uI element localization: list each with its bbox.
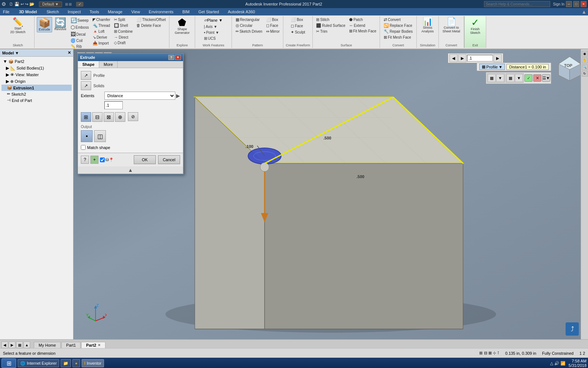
convert-button[interactable]: ⇄Convert [383, 17, 414, 22]
revolve-button[interactable]: 🔄 Revolve [53, 17, 68, 32]
sculpt-button[interactable]: ✦Sculpt [290, 29, 306, 35]
menu-3dmodel[interactable]: 3D Model [17, 9, 39, 14]
fit-mesh-btn2[interactable]: ⊠Fit Mesh Face [383, 35, 414, 40]
shell-button[interactable]: 🔲Shell [113, 23, 134, 28]
close-button[interactable]: ✕ [581, 1, 587, 7]
decal-button[interactable]: 🖼Decal [69, 31, 90, 38]
op-join-button[interactable]: ⊞ [81, 112, 91, 122]
distance-input[interactable] [467, 55, 493, 61]
match-shape-checkbox[interactable] [81, 145, 86, 150]
tab-part1[interactable]: Part1 [61, 342, 80, 348]
profile-select-btn[interactable]: ↗ [81, 71, 91, 80]
axis-button[interactable]: | Axis ▼ [203, 24, 224, 29]
menu-view[interactable]: View [130, 9, 141, 14]
loft-button[interactable]: 🔺Loft [92, 29, 111, 34]
taper-select-btn[interactable]: ⊘ [128, 112, 138, 121]
expand-icon[interactable]: ▲ [581, 9, 587, 15]
surface-output-button[interactable]: ◫ [94, 130, 106, 142]
tree-item-origin[interactable]: ▶ ⊕ Origin [1, 78, 72, 85]
finish-sketch-button[interactable]: ✓ FinishSketch [468, 17, 483, 35]
dialog-tab-shape[interactable]: Shape [78, 61, 99, 68]
rt-btn4[interactable]: ↻ [582, 71, 588, 77]
ucs-button[interactable]: ⊞ UCS [203, 36, 224, 41]
thread-button[interactable]: 🔩Thread [92, 23, 111, 28]
menu-file[interactable]: File [1, 9, 11, 14]
next-btn[interactable]: ▶ [458, 54, 466, 62]
bt-left-btn[interactable]: ◀ [1, 342, 8, 348]
distance-select[interactable]: Distance [104, 92, 175, 100]
repair-bodies-button[interactable]: 🔧Repair Bodies [383, 29, 414, 34]
draft-button[interactable]: ◇Draft [113, 40, 134, 46]
panel-close[interactable]: ✕ [68, 50, 71, 55]
menu-environments[interactable]: Environments [147, 9, 175, 14]
taskbar-explorer[interactable]: 📁 [61, 359, 71, 367]
extrude-dialog[interactable]: Extrude ? ✕ Shape More ↗ Profile ↗ [77, 53, 184, 174]
trim-button[interactable]: ✂Trim [315, 29, 346, 34]
arrow-right-btn[interactable]: ▶ [494, 54, 502, 62]
dialog-help-button[interactable]: ? [168, 55, 174, 60]
viewport[interactable]: .100 .500 .500 ⌂ ↻ ✋ 🔍 ◀ ▶ ▶ [74, 49, 588, 339]
taskbar-chrome[interactable]: ● [72, 359, 80, 367]
tab-myhome[interactable]: My Home [34, 342, 61, 348]
direct-button[interactable]: →Direct [113, 35, 134, 40]
bt-up-btn[interactable]: ▲ [24, 342, 30, 348]
mirror-button[interactable]: ⇔Mirror [265, 29, 281, 34]
taskbar-ie[interactable]: 🌐 Internet Explorer [18, 359, 59, 367]
convert-sheet-metal-button[interactable]: 📄 Convert toSheet Metal [441, 17, 462, 34]
op-cut-button[interactable]: ⊟ [92, 112, 103, 122]
ruled-surface-button[interactable]: ⬛Ruled Surface [315, 23, 346, 28]
minimize-button[interactable]: ─ [566, 1, 572, 7]
tree-item-viewmaster[interactable]: ▶ 👁 View: Master [1, 71, 72, 78]
menu-bim[interactable]: BIM [181, 9, 191, 14]
taskbar-inventor[interactable]: Ⅰ Inventor [82, 359, 104, 367]
sel-btn1[interactable]: ▦ [488, 74, 496, 82]
dialog-collapse-arrow[interactable]: ▲ [78, 166, 183, 174]
tree-item-part2[interactable]: ▼ 📦 Part2 [1, 58, 72, 65]
dialog-add-btn[interactable]: + [90, 156, 98, 164]
navcube[interactable]: TOP [555, 53, 584, 82]
coil-button[interactable]: 🌀Coil [69, 38, 90, 43]
tree-item-extrusion1[interactable]: 📦 Extrusion1 [1, 85, 72, 91]
dialog-help-btn2[interactable]: ? [81, 156, 89, 164]
menu-inspect[interactable]: Inspect [66, 9, 82, 14]
rt-btn2[interactable]: ✋ [582, 57, 588, 63]
menu-getstarted[interactable]: Get Started [197, 9, 220, 14]
op-new-button[interactable]: ⊕ [115, 112, 125, 122]
rt-btn3[interactable]: 🔍 [582, 64, 588, 70]
out-btn1[interactable]: ▦ [506, 74, 514, 82]
cancel-button[interactable]: Cancel [158, 155, 180, 164]
menu-manage[interactable]: Manage [106, 9, 124, 14]
inline-cancel-button[interactable]: ✕ [533, 74, 541, 82]
patch-button[interactable]: ⬟Patch [348, 17, 377, 22]
prev-btn[interactable]: ◀ [449, 54, 458, 62]
inline-menu-button[interactable]: ☰▼ [542, 74, 550, 82]
freeform-face-button[interactable]: ◻Face [290, 23, 306, 29]
box-button[interactable]: ⬜Box [265, 17, 281, 22]
tree-item-sketch2[interactable]: ✏ Sketch2 [1, 91, 72, 97]
shape-generator-button[interactable]: ⬟ ShapeGenerator [173, 17, 191, 35]
dialog-close-button[interactable]: ✕ [175, 55, 181, 60]
rt-btn1[interactable]: ◉ [582, 51, 588, 57]
profile-button[interactable]: ▦ Profile ▼ [479, 64, 505, 70]
replace-face-button[interactable]: 🔁Replace Face [383, 23, 414, 28]
bt-grid-btn[interactable]: ▦ [16, 342, 23, 348]
emboss-button[interactable]: ⬡Emboss [69, 24, 90, 31]
combine-button[interactable]: ⊞Combine [113, 29, 134, 34]
dialog-tab-more[interactable]: More [99, 61, 118, 68]
search-input[interactable] [484, 1, 550, 7]
extend-button[interactable]: ↔Extend [348, 23, 377, 28]
fit-mesh-button[interactable]: ⊠Fit Mesh Face [348, 28, 377, 34]
stitch-button[interactable]: ⊞Stitch [315, 17, 346, 22]
op-intersect-button[interactable]: ⊠ [104, 112, 114, 122]
stress-analysis-button[interactable]: 📊 StressAnalysis [420, 17, 435, 34]
tab-part2-close[interactable]: ✕ [98, 343, 101, 347]
ok-button[interactable]: OK [134, 155, 156, 164]
sel-btn2[interactable]: ▼ [496, 74, 504, 82]
sweep-button[interactable]: 🔃Sweep [69, 17, 90, 24]
import-button[interactable]: 📥Import [92, 40, 111, 46]
point-button[interactable]: • Point ▼ [203, 30, 224, 35]
out-btn2[interactable]: ▼ [515, 74, 523, 82]
menu-a360[interactable]: Autodesk A360 [226, 9, 257, 14]
start-2d-sketch-button[interactable]: ✏️ Start2D Sketch [9, 17, 27, 35]
split-button[interactable]: ✂Split [113, 17, 134, 22]
